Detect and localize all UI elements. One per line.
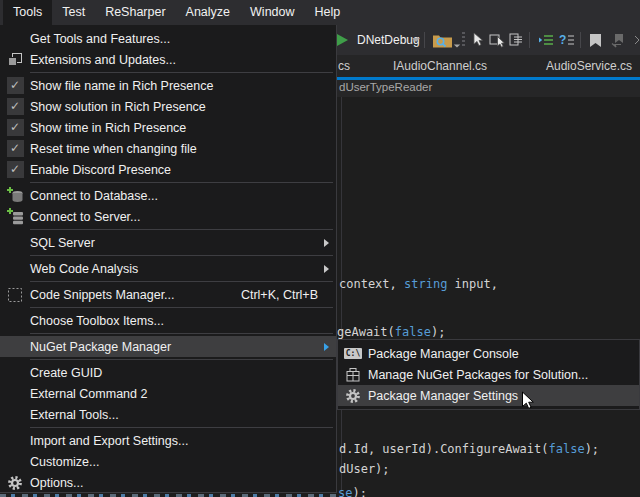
code-line: geAwait(false);	[337, 325, 445, 340]
menu-bar: ToolsTestReSharperAnalyzeWindowHelp	[0, 0, 640, 25]
menu-separator	[30, 359, 333, 360]
toolbar-overflow-button[interactable]	[634, 25, 640, 55]
checkbox-cell: ✓	[0, 161, 30, 178]
menu-item-label: NuGet Package Manager	[30, 340, 171, 354]
chevron-right-icon	[634, 35, 640, 45]
menu-separator	[30, 333, 333, 334]
menu-item-label: Package Manager Settings	[368, 389, 518, 403]
menu-item-show-file-name-in-rich-presence[interactable]: ✓Show file name in Rich Presence	[0, 75, 336, 96]
menu-separator	[30, 281, 333, 282]
menu-item-label: External Command 2	[30, 387, 147, 401]
menu-item-create-guid[interactable]: Create GUID	[0, 362, 336, 383]
console-icon: C:\	[344, 348, 362, 359]
menu-item-connect-to-server[interactable]: Connect to Server...	[0, 206, 336, 227]
bookmark-button[interactable]	[589, 25, 602, 55]
start-debug-button[interactable]	[337, 25, 348, 55]
menu-item-external-tools[interactable]: External Tools...	[0, 404, 336, 425]
run-config-label: DNetDebug	[357, 33, 420, 47]
menu-item-label: Package Manager Console	[368, 347, 519, 361]
menu-item-label: Choose Toolbox Items...	[30, 314, 164, 328]
run-config-dropdown[interactable]: DNetDebug	[357, 25, 420, 55]
indent-lines-icon	[538, 32, 554, 48]
menubar-item-tools[interactable]: Tools	[3, 0, 52, 25]
menu-item-sql-server[interactable]: SQL Server	[0, 232, 336, 253]
menu-item-code-snippets-manager[interactable]: Code Snippets Manager...Ctrl+K, Ctrl+B	[0, 284, 336, 305]
comment-question-button[interactable]: ?	[559, 25, 575, 55]
toolbar-grip[interactable]	[462, 25, 465, 55]
checkbox-cell: ✓	[0, 98, 30, 115]
menu-item-label: Show solution in Rich Presence	[30, 100, 206, 114]
menubar-item-window[interactable]: Window	[240, 0, 304, 25]
menu-item-options[interactable]: Options...	[0, 472, 336, 493]
menu-item-reset-time-when-changing-file[interactable]: ✓Reset time when changing file	[0, 138, 336, 159]
menu-item-manage-nuget-packages-for-solution[interactable]: Manage NuGet Packages for Solution...	[338, 364, 639, 385]
menu-separator	[30, 255, 333, 256]
menu-item-extensions-and-updates[interactable]: Extensions and Updates...	[0, 49, 336, 70]
package-icon	[345, 367, 361, 383]
menu-item-nuget-package-manager[interactable]: NuGet Package Manager	[0, 336, 336, 357]
menu-item-web-code-analysis[interactable]: Web Code Analysis	[0, 258, 336, 279]
navigate-pointer-box-icon	[489, 32, 506, 48]
chevron-down-icon	[412, 38, 420, 42]
menu-item-customize[interactable]: Customize...	[0, 451, 336, 472]
find-in-files-button[interactable]	[432, 25, 453, 55]
gear-icon	[7, 475, 23, 491]
checkmark-icon: ✓	[7, 161, 24, 178]
gear-icon	[345, 388, 361, 404]
menu-item-enable-discord-presence[interactable]: ✓Enable Discord Presence	[0, 159, 336, 180]
menu-item-label: Reset time when changing file	[30, 142, 197, 156]
extensions-icon	[7, 52, 23, 68]
play-icon	[337, 34, 348, 46]
menubar-item-test[interactable]: Test	[52, 0, 95, 25]
find-in-files-icon	[432, 32, 453, 49]
menu-item-get-tools-and-features[interactable]: Get Tools and Features...	[0, 28, 336, 49]
menu-item-connect-to-database[interactable]: Connect to Database...	[0, 185, 336, 206]
menubar-item-resharper[interactable]: ReSharper	[95, 0, 175, 25]
vs-ide-window: ToolsTestReSharperAnalyzeWindowHelp DNet…	[0, 0, 640, 497]
checkbox-cell: ✓	[0, 119, 30, 136]
menu-item-choose-toolbox-items[interactable]: Choose Toolbox Items...	[0, 310, 336, 331]
menu-item-show-solution-in-rich-presence[interactable]: ✓Show solution in Rich Presence	[0, 96, 336, 117]
connect-server-icon	[7, 208, 24, 225]
nuget-package-manager-submenu: C:\Package Manager ConsoleManage NuGet P…	[337, 339, 640, 410]
checkmark-icon: ✓	[7, 140, 24, 157]
menu-item-show-time-in-rich-presence[interactable]: ✓Show time in Rich Presence	[0, 117, 336, 138]
tab-iaudiochannel-cs[interactable]: IAudioChannel.cs	[393, 55, 487, 77]
document-outline-button[interactable]	[508, 25, 524, 55]
navigate-pointer-button[interactable]	[470, 25, 485, 55]
checkbox-cell: ✓	[0, 77, 30, 94]
code-line: dUser);	[339, 462, 390, 477]
tab-audioservice-cs[interactable]: AudioService.cs	[546, 55, 632, 77]
menu-item-label: Code Snippets Manager...	[30, 288, 175, 302]
tab-cs[interactable]: cs	[338, 55, 350, 77]
mouse-cursor	[521, 391, 535, 415]
menu-item-label: Customize...	[30, 455, 99, 469]
indent-guide	[341, 97, 342, 493]
menubar-item-analyze[interactable]: Analyze	[176, 0, 240, 25]
icon-cell	[338, 388, 368, 404]
toolbar-separator	[424, 25, 425, 55]
connect-database-icon	[7, 187, 24, 204]
breadcrumb[interactable]: dUserTypeReader	[339, 81, 432, 93]
navigate-pointer-box-button[interactable]	[489, 25, 506, 55]
menu-item-label: Extensions and Updates...	[30, 53, 176, 67]
menu-item-package-manager-console[interactable]: C:\Package Manager Console	[338, 343, 639, 364]
menu-item-label: Enable Discord Presence	[30, 163, 171, 177]
comment-question-icon: ?	[559, 32, 575, 48]
navigate-pointer-icon	[470, 32, 485, 48]
clear-bookmarks-button[interactable]	[611, 25, 626, 55]
checkmark-icon: ✓	[7, 119, 24, 136]
menu-item-import-and-export-settings[interactable]: Import and Export Settings...	[0, 430, 336, 451]
run-config-caret[interactable]	[412, 25, 420, 55]
checkmark-icon: ✓	[7, 98, 24, 115]
clear-bookmarks-icon	[611, 33, 626, 48]
menu-item-package-manager-settings[interactable]: Package Manager Settings	[338, 385, 639, 406]
toolbar-separator	[580, 25, 581, 55]
menu-separator	[30, 182, 333, 183]
menu-item-label: SQL Server	[30, 236, 95, 250]
menu-item-external-command-2[interactable]: External Command 2	[0, 383, 336, 404]
indent-lines-button[interactable]	[538, 25, 554, 55]
bookmark-icon	[589, 33, 602, 48]
menubar-item-help[interactable]: Help	[305, 0, 351, 25]
console-icon-cell: C:\	[338, 348, 368, 359]
